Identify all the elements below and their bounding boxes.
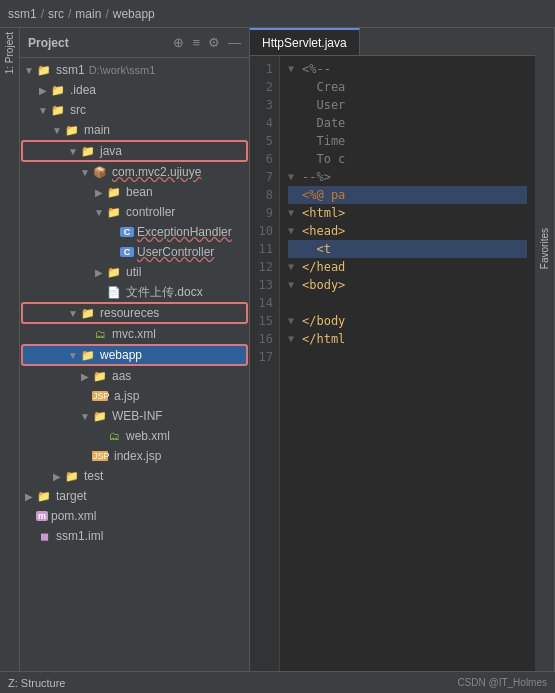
settings-icon[interactable]: ⚙	[208, 35, 220, 50]
fold-9[interactable]: ▼	[288, 204, 298, 222]
tree-item-webapp[interactable]: 📁 webapp	[22, 345, 247, 365]
structure-bottom-tab[interactable]: Z: Structure	[8, 677, 65, 689]
tree-item-indexjsp[interactable]: JSP index.jsp	[20, 446, 249, 466]
tree-item-pomxml[interactable]: m pom.xml	[20, 506, 249, 526]
code-text-9: <html>	[302, 204, 345, 222]
tree-item-usercontroller[interactable]: C UserController	[20, 242, 249, 262]
tree-item-ajsp[interactable]: JSP a.jsp	[20, 386, 249, 406]
folder-icon-idea: 📁	[50, 84, 66, 97]
folder-icon-java: 📁	[80, 145, 96, 158]
label-pomxml: pom.xml	[51, 509, 96, 523]
tree-item-util[interactable]: 📁 util	[20, 262, 249, 282]
code-line-12: ▼ </head	[288, 258, 527, 276]
tree-item-aas[interactable]: 📁 aas	[20, 366, 249, 386]
code-content[interactable]: ▼ <%-- Crea User Date	[280, 56, 535, 671]
code-line-10: ▼ <head>	[288, 222, 527, 240]
fold-16[interactable]: ▼	[288, 330, 298, 348]
tree-item-main[interactable]: 📁 main	[20, 120, 249, 140]
breadcrumb-webapp[interactable]: webapp	[113, 7, 155, 21]
tree-item-exceptionhandler[interactable]: C ExceptionHandler	[20, 222, 249, 242]
folder-icon-test: 📁	[64, 470, 80, 483]
code-text-4: Date	[302, 114, 345, 132]
tree-item-test[interactable]: 📁 test	[20, 466, 249, 486]
tree-item-ssm1[interactable]: 📁 ssm1 D:\work\ssm1	[20, 60, 249, 80]
tree-item-com[interactable]: 📦 com.mvc2.ujiuye	[20, 162, 249, 182]
folder-icon-target: 📁	[36, 490, 52, 503]
arrow-com	[78, 167, 92, 178]
arrow-ssm1	[22, 65, 36, 76]
fold-11	[288, 240, 298, 258]
label-usercontroller: UserController	[137, 245, 214, 259]
breadcrumb-ssm1[interactable]: ssm1	[8, 7, 37, 21]
arrow-target	[22, 491, 36, 502]
folder-icon-controller: 📁	[106, 206, 122, 219]
sep2: /	[68, 7, 71, 21]
folder-icon-src: 📁	[50, 104, 66, 117]
tree-item-src[interactable]: 📁 src	[20, 100, 249, 120]
code-text-8: <%@ pa	[302, 186, 345, 204]
label-src: src	[70, 103, 86, 117]
code-line-5: Time	[288, 132, 527, 150]
label-mvcxml: mvc.xml	[112, 327, 156, 341]
breadcrumb-main[interactable]: main	[75, 7, 101, 21]
jsp-icon-ajsp: JSP	[92, 391, 108, 401]
code-text-10: <head>	[302, 222, 345, 240]
ln-16: 16	[256, 330, 273, 348]
folder-icon-bean: 📁	[106, 186, 122, 199]
ln-6: 6	[256, 150, 273, 168]
label-com: com.mvc2.ujiuye	[112, 165, 201, 179]
structure-side-panel[interactable]: Favorites	[535, 28, 555, 671]
tree-item-controller[interactable]: 📁 controller	[20, 202, 249, 222]
tree-item-webxml[interactable]: 🗂 web.xml	[20, 426, 249, 446]
scroll-icon[interactable]: ≡	[192, 35, 200, 50]
tree-item-target[interactable]: 📁 target	[20, 486, 249, 506]
code-panel: HttpServlet.java 1 2 3 4 5 6 7 8 9 10 11…	[250, 28, 535, 671]
label-indexjsp: index.jsp	[114, 449, 161, 463]
code-text-16: </html	[302, 330, 345, 348]
tree-item-ssm1iml[interactable]: ◼ ssm1.iml	[20, 526, 249, 546]
fold-12[interactable]: ▼	[288, 258, 298, 276]
label-aas: aas	[112, 369, 131, 383]
favorites-label: Favorites	[539, 228, 550, 269]
tree-item-java[interactable]: 📁 java	[22, 141, 247, 161]
project-tab-label: 1: Project	[4, 32, 15, 74]
ln-12: 12	[256, 258, 273, 276]
tree-item-webinf[interactable]: 📁 WEB-INF	[20, 406, 249, 426]
ln-7: 7	[256, 168, 273, 186]
line-numbers: 1 2 3 4 5 6 7 8 9 10 11 12 13 14 15 16 1…	[250, 56, 280, 671]
tree-item-bean[interactable]: 📁 bean	[20, 182, 249, 202]
breadcrumb-bar: ssm1 / src / main / webapp	[0, 0, 555, 28]
fold-15[interactable]: ▼	[288, 312, 298, 330]
arrow-controller	[92, 207, 106, 218]
code-line-8: <%@ pa	[288, 186, 527, 204]
tree-item-idea[interactable]: 📁 .idea	[20, 80, 249, 100]
folder-icon-util: 📁	[106, 266, 122, 279]
fold-7[interactable]: ▼	[288, 168, 298, 186]
project-side-tab[interactable]: 1: Project	[0, 28, 20, 671]
tree-item-resoureces[interactable]: 📁 resoureces	[22, 303, 247, 323]
xml-icon-webxml: 🗂	[106, 430, 122, 442]
fold-1[interactable]: ▼	[288, 60, 298, 78]
fold-10[interactable]: ▼	[288, 222, 298, 240]
code-tab-httpservlet[interactable]: HttpServlet.java	[250, 28, 360, 55]
folder-icon-aas: 📁	[92, 370, 108, 383]
arrow-resoureces	[66, 308, 80, 319]
code-text-7: --%>	[302, 168, 331, 186]
tree-item-docx[interactable]: 📄 文件上传.docx	[20, 282, 249, 302]
arrow-test	[50, 471, 64, 482]
label-ssm1: ssm1	[56, 63, 85, 77]
breadcrumb-src[interactable]: src	[48, 7, 64, 21]
code-text-15: </body	[302, 312, 345, 330]
add-icon[interactable]: ⊕	[173, 35, 184, 50]
doc-icon-docx: 📄	[106, 286, 122, 299]
code-line-14	[288, 294, 527, 312]
arrow-aas	[78, 371, 92, 382]
folder-icon-com: 📦	[92, 166, 108, 179]
tree-item-mvcxml[interactable]: 🗂 mvc.xml	[20, 324, 249, 344]
fold-3	[288, 96, 298, 114]
code-text-2: Crea	[302, 78, 345, 96]
fold-13[interactable]: ▼	[288, 276, 298, 294]
minimize-icon[interactable]: —	[228, 35, 241, 50]
class-badge-uc: C	[120, 247, 134, 257]
jsp-icon-indexjsp: JSP	[92, 451, 108, 461]
